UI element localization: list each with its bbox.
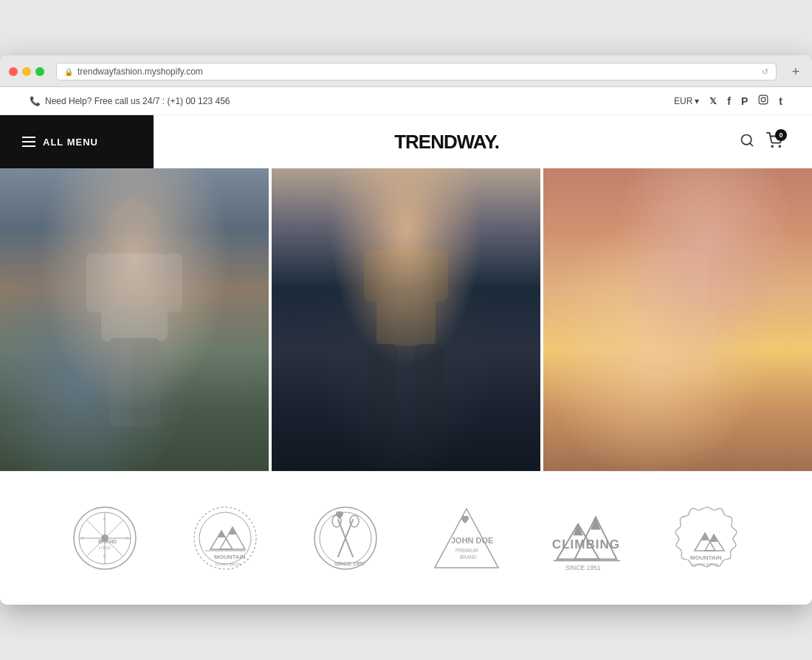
svg-text:BRAND: BRAND [460,554,477,560]
svg-point-49 [350,515,359,527]
facebook-link[interactable]: f [727,95,731,107]
svg-rect-10 [164,253,182,312]
twitter-link[interactable]: 𝕏 [709,96,717,106]
svg-text:BRAND: BRAND [98,539,117,544]
brand-svg-3: SINCE 1957 [309,501,382,575]
new-tab-button[interactable]: + [788,64,803,79]
page-content: 📞 Need Help? Free call us 24/7 : (+1) 00… [0,87,812,605]
svg-point-13 [382,197,430,250]
svg-text:0: 0 [103,554,106,558]
browser-chrome: 🔒 trendwayfashion.myshopify.com ↺ + [0,55,812,87]
currency-label: EUR [674,96,692,106]
close-button[interactable] [9,67,18,76]
svg-point-6 [779,145,780,147]
brand-logo-2[interactable]: MOUNTAIN Lorem ipsum [188,501,262,575]
search-button[interactable] [740,133,754,151]
cart-button[interactable]: 0 [766,132,782,152]
svg-text:0: 0 [126,536,128,540]
svg-point-1 [761,97,765,102]
svg-point-5 [771,145,773,147]
brand-logo-3[interactable]: SINCE 1957 [309,501,382,575]
brand-svg-5: CLIMBING SINCE 1951 [550,501,624,575]
hero-image-man-overalls[interactable] [272,168,540,471]
svg-rect-9 [86,253,105,312]
svg-text:Lorem ipsum: Lorem ipsum [692,562,718,566]
all-menu-button[interactable]: ALL MENU [0,115,154,168]
svg-text:0: 0 [81,536,83,540]
svg-rect-8 [101,253,168,342]
top-bar-right: EUR ▾ 𝕏 f P t [674,94,782,107]
svg-text:SINCE 1957: SINCE 1957 [334,560,365,567]
phone-icon: 📞 [30,96,41,106]
refresh-icon[interactable]: ↺ [762,67,768,77]
cart-icon: 0 [766,132,782,152]
svg-point-2 [765,97,766,97]
hero-image-woman-pattern[interactable] [543,168,812,471]
svg-text:8: 8 [103,517,106,521]
svg-rect-18 [432,250,448,301]
svg-rect-0 [759,95,768,104]
svg-rect-21 [707,255,722,307]
currency-chevron: ▾ [695,96,699,106]
header-actions: 0 [740,132,812,152]
header: ALL MENU TRENDWAY. 0 [0,115,812,168]
url-text: trendwayfashion.myshopify.com [78,66,203,77]
lock-icon: 🔒 [64,68,73,76]
brand-svg-4: JOHN DOE PREMIUM BRAND [430,501,503,575]
svg-text:LOGO: LOGO [99,546,111,550]
pinterest-link[interactable]: P [741,95,748,107]
menu-label: ALL MENU [43,137,98,148]
instagram-link[interactable] [758,94,768,107]
svg-point-19 [653,199,703,255]
svg-line-4 [750,142,753,145]
help-text: Need Help? Free call us 24/7 : (+1) 00 1… [45,96,230,106]
brand-logo-4[interactable]: JOHN DOE PREMIUM BRAND [430,501,503,575]
traffic-lights [9,67,44,76]
svg-rect-16 [415,344,443,440]
svg-rect-15 [369,344,397,440]
currency-selector[interactable]: EUR ▾ [674,96,699,106]
svg-text:Lorem ipsum: Lorem ipsum [216,562,241,566]
site-logo[interactable]: TRENDWAY. [154,131,740,154]
brand-logo-6[interactable]: MOUNTAIN Lorem ipsum [670,501,744,575]
brand-logo-1[interactable]: 8 0 0 0 BRAND LOGO [68,501,142,575]
address-bar[interactable]: 🔒 trendwayfashion.myshopify.com ↺ [56,63,777,80]
svg-text:MOUNTAIN: MOUNTAIN [690,554,722,561]
svg-text:CLIMBING: CLIMBING [552,537,620,551]
hero-image-man-street[interactable] [0,168,269,471]
maximize-button[interactable] [35,67,44,76]
svg-text:SINCE 1951: SINCE 1951 [565,564,601,571]
brand-svg-6: MOUNTAIN Lorem ipsum [670,501,744,575]
hero-section [0,168,812,471]
svg-point-7 [109,199,160,255]
top-bar: 📞 Need Help? Free call us 24/7 : (+1) 00… [0,87,812,115]
brand-svg-1: 8 0 0 0 BRAND LOGO [68,501,142,575]
svg-rect-14 [376,250,436,346]
svg-rect-20 [633,255,648,307]
svg-rect-17 [364,250,380,301]
svg-text:JOHN DOE: JOHN DOE [451,536,493,545]
browser-window: 🔒 trendwayfashion.myshopify.com ↺ + 📞 Ne… [0,55,812,605]
brands-section: 8 0 0 0 BRAND LOGO [0,471,812,605]
hamburger-icon [22,137,35,147]
cart-count: 0 [775,129,787,141]
brand-svg-2: MOUNTAIN Lorem ipsum [188,501,262,575]
brand-logo-5[interactable]: CLIMBING SINCE 1951 [550,501,624,575]
minimize-button[interactable] [22,67,31,76]
svg-rect-12 [131,338,160,427]
help-text-area: 📞 Need Help? Free call us 24/7 : (+1) 00… [30,96,230,106]
svg-text:PREMIUM: PREMIUM [455,548,478,553]
tumblr-link[interactable]: t [779,95,782,107]
svg-text:MOUNTAIN: MOUNTAIN [214,554,246,560]
